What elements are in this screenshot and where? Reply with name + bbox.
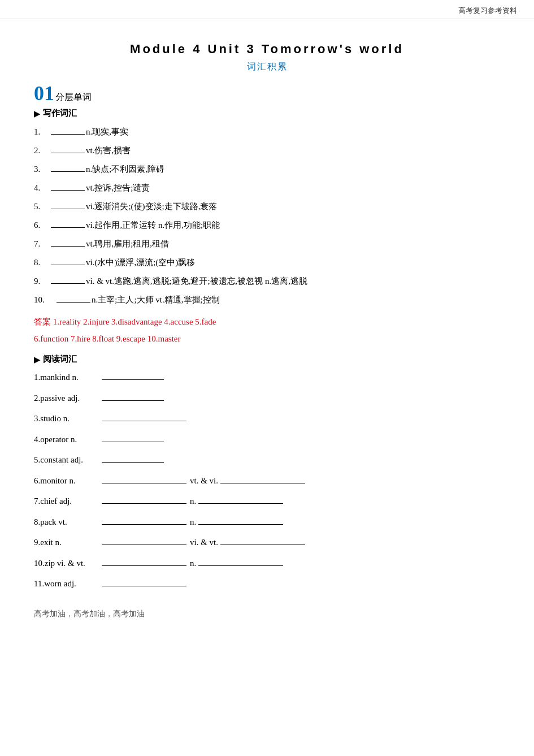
writing-item-7: 7. vt.聘用,雇用;租用,租借 (34, 236, 500, 252)
reading-item-4: 4.operator n. (34, 431, 500, 448)
reading-item-3: 3.studio n. (34, 411, 500, 427)
r-blank (102, 586, 186, 586)
writing-item-9: 9. vi. & vt.逃跑,逃离,逃脱;避免,避开;被遗忘,被忽视 n.逃离,… (34, 274, 500, 289)
item-blank (51, 171, 85, 172)
r-blank (102, 400, 164, 401)
r-blank (102, 462, 164, 463)
writing-vocab-heading: ▶ 写作词汇 (34, 108, 500, 119)
item-blank (51, 134, 85, 135)
content-area: Module 4 Unit 3 Tomorrow's world 词汇积累 01… (0, 19, 534, 642)
page: 高考复习参考资料 Module 4 Unit 3 Tomorrow's worl… (0, 0, 534, 756)
r-blank (102, 442, 164, 442)
writing-item-4: 4. vt.控诉,控告;谴责 (34, 180, 500, 196)
reading-item-11: 11.worn adj. (34, 576, 500, 592)
item-num: 5. (34, 199, 50, 214)
section-label: 分层单词 (55, 92, 92, 103)
item-blank (51, 227, 85, 228)
item-blank (51, 265, 85, 265)
reading-item-9: 9.exit n. vi. & vt. (34, 534, 500, 551)
r-blank (102, 565, 186, 566)
r-label: 2.passive adj. (34, 390, 102, 407)
arrow-icon-2: ▶ (34, 355, 41, 365)
r-blank (102, 545, 186, 545)
r-label: 8.pack vt. (34, 514, 102, 530)
reading-item-7: 7.chief adj. n. (34, 493, 500, 509)
item-num: 10. (34, 292, 55, 308)
r-blank (102, 524, 186, 525)
r-blank-2 (198, 503, 283, 504)
reading-item-5: 5.constant adj. (34, 452, 500, 468)
reading-item-8: 8.pack vt. n. (34, 514, 500, 530)
item-blank (51, 209, 85, 209)
reading-item-10: 10.zip vi. & vt. n. (34, 555, 500, 572)
writing-vocab-label: 写作词汇 (43, 108, 77, 119)
item-num: 7. (34, 236, 50, 252)
r-label: 1.mankind n. (34, 369, 102, 386)
reading-item-6: 6.monitor n. vt. & vi. (34, 473, 500, 489)
r-label: 7.chief adj. (34, 493, 102, 509)
section-01-heading: 01 分层单词 (34, 83, 500, 103)
r-label: 4.operator n. (34, 431, 102, 448)
item-text: n.主宰;主人;大师 vt.精通,掌握;控制 (92, 292, 220, 308)
r-blank (102, 503, 186, 504)
arrow-icon: ▶ (34, 109, 41, 119)
top-bar: 高考复习参考资料 (0, 0, 534, 19)
item-text: vi.起作用,正常运转 n.作用,功能;职能 (86, 218, 220, 233)
r-blank (102, 483, 186, 483)
item-num: 6. (34, 218, 50, 233)
item-num: 1. (34, 124, 50, 140)
top-bar-label: 高考复习参考资料 (458, 6, 517, 16)
r-extra: n. (190, 555, 196, 572)
item-text: vt.伤害,损害 (86, 143, 131, 158)
item-num: 4. (34, 180, 50, 196)
item-text: n.现实,事实 (86, 124, 128, 140)
reading-vocab-label: 阅读词汇 (43, 354, 77, 365)
item-text: vi.逐渐消失;(使)变淡;走下坡路,衰落 (86, 199, 218, 214)
r-label: 11.worn adj. (34, 576, 102, 592)
reading-item-2: 2.passive adj. (34, 390, 500, 407)
r-extra: vi. & vt. (190, 534, 218, 551)
item-num: 3. (34, 162, 50, 177)
item-blank (51, 283, 85, 284)
section-number: 01 (34, 83, 54, 103)
r-extra: n. (190, 493, 196, 509)
item-text: vi. & vt.逃跑,逃离,逃脱;避免,避开;被遗忘,被忽视 n.逃离,逃脱 (86, 274, 307, 289)
r-label: 9.exit n. (34, 534, 102, 551)
r-label: 6.monitor n. (34, 473, 102, 489)
item-text: vt.聘用,雇用;租用,租借 (86, 236, 169, 252)
item-blank (51, 190, 85, 191)
r-blank-2 (198, 565, 283, 566)
item-text: n.缺点;不利因素,障碍 (86, 162, 164, 177)
r-extra: n. (190, 514, 196, 530)
r-blank-2 (220, 545, 305, 545)
r-label: 3.studio n. (34, 411, 102, 427)
item-text: vi.(水中)漂浮,漂流;(空中)飘移 (86, 255, 195, 270)
writing-item-2: 2. vt.伤害,损害 (34, 143, 500, 158)
item-num: 9. (34, 274, 50, 289)
answer-line-2: 6.function 7.hire 8.float 9.escape 10.ma… (34, 330, 500, 347)
item-num: 2. (34, 143, 50, 158)
answer-block: 答案 1.reality 2.injure 3.disadvantage 4.a… (34, 313, 500, 347)
reading-item-1: 1.mankind n. (34, 369, 500, 386)
answer-line-1: 答案 1.reality 2.injure 3.disadvantage 4.a… (34, 313, 500, 330)
item-text: vt.控诉,控告;谴责 (86, 180, 150, 196)
r-extra: vt. & vi. (190, 473, 218, 489)
item-blank (57, 302, 90, 303)
writing-item-1: 1. n.现实,事实 (34, 124, 500, 140)
r-blank-2 (220, 483, 305, 483)
writing-item-6: 6. vi.起作用,正常运转 n.作用,功能;职能 (34, 218, 500, 233)
r-label: 10.zip vi. & vt. (34, 555, 102, 572)
r-blank (102, 421, 186, 421)
writing-item-10: 10. n.主宰;主人;大师 vt.精通,掌握;控制 (34, 292, 500, 308)
sub-title: 词汇积累 (34, 61, 500, 73)
reading-vocab-heading: ▶ 阅读词汇 (34, 354, 500, 365)
footer-text: 高考加油，高考加油，高考加油 (34, 609, 500, 619)
item-blank (51, 246, 85, 247)
main-title: Module 4 Unit 3 Tomorrow's world (34, 42, 500, 57)
item-blank (51, 153, 85, 153)
writing-item-5: 5. vi.逐渐消失;(使)变淡;走下坡路,衰落 (34, 199, 500, 214)
writing-item-8: 8. vi.(水中)漂浮,漂流;(空中)飘移 (34, 255, 500, 270)
writing-item-3: 3. n.缺点;不利因素,障碍 (34, 162, 500, 177)
r-blank (102, 379, 164, 380)
item-num: 8. (34, 255, 50, 270)
